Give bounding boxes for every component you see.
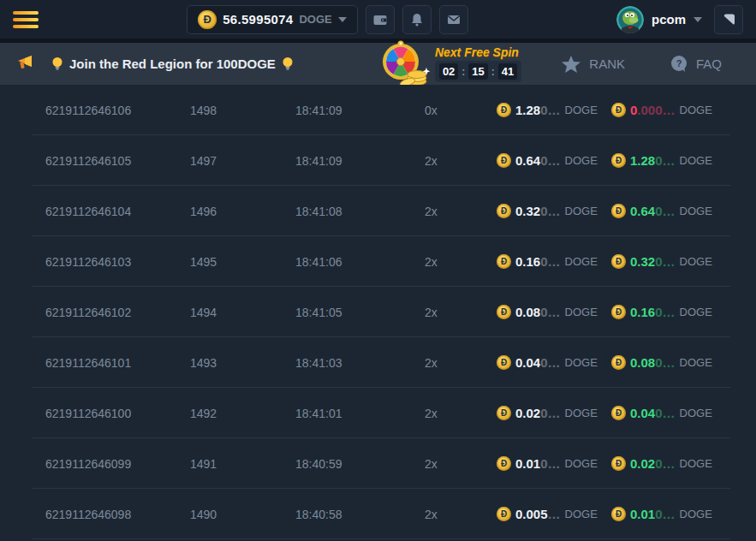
bet-nonce: 1490 bbox=[190, 508, 295, 521]
bet-amount: Ð 0.040… DOGE bbox=[497, 355, 611, 370]
bet-id: 6219112646100 bbox=[45, 407, 190, 420]
bet-amount-trailing: 0… bbox=[540, 204, 560, 218]
spin-countdown: 02 : 15 : 41 bbox=[435, 61, 521, 82]
profit-amount-value: 0.02 bbox=[630, 456, 655, 471]
profit-amount-trailing: 0… bbox=[655, 254, 675, 269]
bet-multiplier: 2x bbox=[425, 306, 497, 319]
doge-coin-icon: Ð bbox=[497, 254, 511, 269]
balance-selector[interactable]: Ð 56.5995074 DOGE bbox=[187, 5, 358, 34]
hamburger-menu-button[interactable] bbox=[13, 11, 39, 28]
notifications-button[interactable] bbox=[402, 5, 432, 34]
bet-amount-trailing: 0… bbox=[540, 456, 560, 471]
prize-wheel-icon bbox=[377, 39, 433, 89]
wallet-icon bbox=[372, 12, 388, 27]
profit-amount-trailing: 0… bbox=[655, 153, 675, 168]
chat-toggle-button[interactable] bbox=[714, 5, 743, 34]
bet-id: 6219112646098 bbox=[45, 508, 190, 521]
bet-row[interactable]: 6219112646102 1494 18:41:05 2x Ð 0.080… … bbox=[0, 287, 756, 337]
bet-nonce: 1498 bbox=[190, 104, 295, 117]
bet-amount-trailing: 0… bbox=[540, 254, 560, 269]
doge-coin-icon: Ð bbox=[611, 406, 626, 420]
messages-button[interactable] bbox=[439, 5, 468, 34]
doge-coin-icon: Ð bbox=[611, 355, 626, 370]
bet-multiplier: 2x bbox=[425, 255, 497, 269]
bet-time: 18:40:58 bbox=[295, 508, 425, 521]
bet-id: 6219112646099 bbox=[45, 457, 190, 471]
profit-currency-label: DOGE bbox=[680, 154, 712, 167]
bet-currency-label: DOGE bbox=[565, 407, 598, 419]
bet-nonce: 1493 bbox=[190, 356, 295, 370]
doge-coin-icon: Ð bbox=[611, 305, 626, 319]
profit-amount-trailing: 0… bbox=[655, 406, 675, 420]
bet-row[interactable]: 6219112646105 1497 18:41:09 2x Ð 0.640… … bbox=[0, 135, 756, 186]
balance-group: Ð 56.5995074 DOGE bbox=[187, 5, 468, 34]
bet-row[interactable]: 6219112646100 1492 18:41:01 2x Ð 0.020… … bbox=[0, 388, 756, 438]
bet-amount-value: 0.08 bbox=[515, 305, 540, 319]
bet-currency-label: DOGE bbox=[565, 508, 598, 520]
bet-amount-value: 0.16 bbox=[515, 254, 540, 269]
announcement-bar: Join the Red Legion for 100DOGE bbox=[0, 43, 756, 85]
faq-label: FAQ bbox=[696, 56, 722, 71]
bet-currency-label: DOGE bbox=[565, 356, 598, 369]
doge-coin-icon: Ð bbox=[497, 204, 511, 218]
bet-amount-trailing: 0… bbox=[540, 153, 560, 168]
chevron-down-icon bbox=[693, 17, 702, 22]
profit-amount: Ð 0.000… DOGE bbox=[611, 103, 756, 117]
rank-button[interactable]: RANK bbox=[561, 55, 625, 74]
bets-table: 6219112646106 1498 18:41:09 0x Ð 1.280… … bbox=[0, 85, 756, 541]
doge-coin-icon: Ð bbox=[611, 456, 626, 471]
bet-amount-value: 0.01 bbox=[515, 456, 540, 471]
app-root: Ð 56.5995074 DOGE bbox=[0, 0, 756, 541]
bet-row[interactable]: 6219112646106 1498 18:41:09 0x Ð 1.280… … bbox=[0, 85, 756, 135]
doge-coin-icon: Ð bbox=[497, 456, 511, 471]
bet-id: 6219112646101 bbox=[45, 356, 190, 370]
free-spin-widget[interactable]: Next Free Spin 02 : 15 : 41 bbox=[377, 39, 521, 89]
doge-coin-icon: Ð bbox=[497, 305, 511, 319]
bet-multiplier: 2x bbox=[425, 205, 497, 218]
doge-coin-icon: Ð bbox=[611, 254, 626, 269]
profit-currency-label: DOGE bbox=[680, 205, 712, 217]
profit-amount-trailing: 0… bbox=[655, 355, 675, 370]
profit-amount: Ð 0.010… DOGE bbox=[611, 507, 756, 521]
bet-amount-value: 1.28 bbox=[515, 103, 540, 117]
profit-amount: Ð 0.160… DOGE bbox=[611, 305, 756, 319]
bet-row[interactable]: 6219112646101 1493 18:41:03 2x Ð 0.040… … bbox=[0, 337, 756, 388]
lightbulb-icon bbox=[51, 56, 63, 72]
bet-amount: Ð 0.010… DOGE bbox=[497, 456, 611, 471]
bet-row[interactable]: 6219112646099 1491 18:40:59 2x Ð 0.010… … bbox=[0, 438, 756, 489]
bet-currency-label: DOGE bbox=[565, 457, 598, 470]
user-menu[interactable]: pcom bbox=[616, 6, 702, 33]
bet-multiplier: 2x bbox=[425, 407, 497, 420]
bet-currency-label: DOGE bbox=[565, 154, 598, 167]
bet-amount: Ð 0.640… DOGE bbox=[497, 153, 611, 168]
bet-amount: Ð 1.280… DOGE bbox=[497, 103, 611, 117]
username: pcom bbox=[652, 12, 686, 27]
chat-bubble-icon bbox=[720, 11, 737, 28]
announcement-link[interactable]: Join the Red Legion for 100DOGE bbox=[51, 56, 294, 72]
bet-row[interactable]: 6219112646098 1490 18:40:58 2x Ð 0.005… … bbox=[0, 489, 756, 539]
bet-time: 18:41:08 bbox=[295, 205, 425, 218]
profit-currency-label: DOGE bbox=[680, 407, 712, 419]
announcement-text: Join the Red Legion for 100DOGE bbox=[69, 56, 276, 71]
bet-nonce: 1494 bbox=[190, 306, 295, 319]
profit-amount-trailing: 0… bbox=[655, 204, 675, 218]
doge-coin-icon: Ð bbox=[497, 406, 511, 420]
faq-button[interactable]: ? FAQ bbox=[670, 55, 722, 74]
profit-amount-value: 0.04 bbox=[630, 406, 655, 420]
profit-amount: Ð 0.020… DOGE bbox=[611, 456, 756, 471]
doge-coin-icon: Ð bbox=[611, 204, 626, 218]
bet-row[interactable]: 6219112646104 1496 18:41:08 2x Ð 0.320… … bbox=[0, 186, 756, 236]
bet-currency-label: DOGE bbox=[565, 205, 598, 217]
profit-amount: Ð 0.080… DOGE bbox=[611, 355, 756, 370]
bet-multiplier: 2x bbox=[425, 356, 497, 370]
wallet-button[interactable] bbox=[366, 5, 395, 34]
bet-time: 18:40:59 bbox=[295, 457, 425, 471]
profit-amount: Ð 0.320… DOGE bbox=[611, 254, 756, 269]
bet-id: 6219112646106 bbox=[45, 104, 190, 117]
bet-id: 6219112646104 bbox=[45, 205, 190, 218]
profit-amount-value: 0.08 bbox=[630, 355, 655, 370]
top-navbar: Ð 56.5995074 DOGE bbox=[0, 0, 756, 39]
countdown-minutes: 15 bbox=[468, 63, 487, 80]
profit-amount-trailing: .000… bbox=[637, 103, 675, 117]
bet-row[interactable]: 6219112646103 1495 18:41:06 2x Ð 0.160… … bbox=[0, 236, 756, 287]
